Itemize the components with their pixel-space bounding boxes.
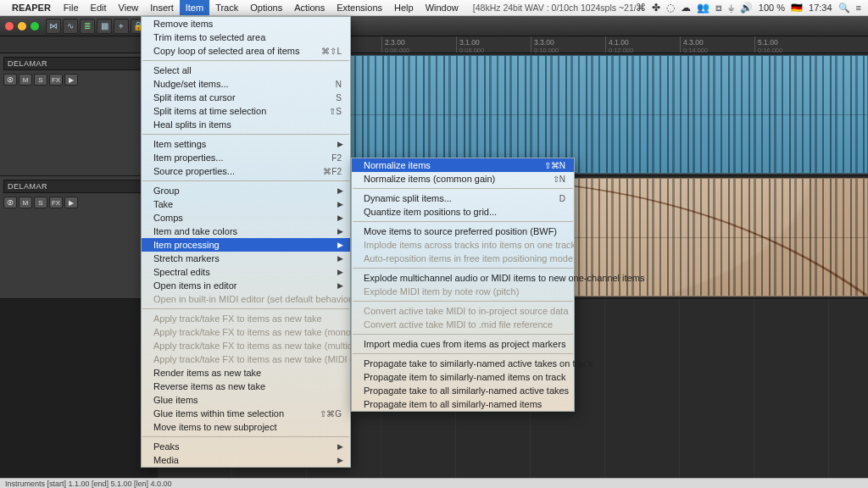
clover-icon[interactable]: ✤ bbox=[652, 2, 660, 14]
submenu-arrow-icon: ▶ bbox=[337, 268, 343, 276]
clock[interactable]: 17:34 bbox=[809, 3, 832, 13]
menu-item[interactable]: Move items to source preferred position … bbox=[352, 225, 574, 238]
submenu-arrow-icon: ▶ bbox=[337, 227, 343, 236]
circle-icon[interactable]: ◌ bbox=[666, 2, 675, 14]
track-header[interactable]: DELAMAR⦿MSFX▶ bbox=[0, 176, 158, 299]
menu-insert[interactable]: Insert bbox=[144, 0, 180, 15]
track-button[interactable]: S bbox=[34, 197, 47, 208]
menu-item[interactable]: Media▶ bbox=[142, 453, 350, 467]
menu-item[interactable]: Reverse items as new take bbox=[142, 380, 350, 393]
menu-item-label: Explode multichannel audio or MIDI items… bbox=[364, 273, 644, 283]
menu-options[interactable]: Options bbox=[244, 0, 288, 15]
menu-item[interactable]: Item properties...F2 bbox=[142, 151, 350, 164]
toolbar-grid-icon[interactable]: ▦ bbox=[97, 19, 112, 34]
track-button[interactable]: ▶ bbox=[64, 74, 78, 86]
menu-view[interactable]: View bbox=[113, 0, 145, 15]
toolbar-autocross-icon[interactable]: ⋈ bbox=[46, 19, 61, 34]
menu-item[interactable]: Split items at cursorS bbox=[142, 91, 350, 104]
track-button[interactable]: FX bbox=[49, 197, 63, 208]
speaker-icon[interactable]: 🔊 bbox=[740, 2, 753, 14]
people-icon[interactable]: 👥 bbox=[697, 2, 709, 14]
menu-item-label: Remove items bbox=[153, 19, 213, 29]
menu-item[interactable]: Open items in editor▶ bbox=[142, 279, 350, 292]
menu-item[interactable]: Stretch markers▶ bbox=[142, 252, 350, 265]
menu-item[interactable]: Move items to new subproject bbox=[142, 420, 350, 434]
menu-shortcut: ⌘F2 bbox=[323, 167, 342, 176]
menu-item[interactable]: Dynamic split items...D bbox=[352, 191, 574, 205]
menu-window[interactable]: Window bbox=[420, 0, 465, 15]
menu-item[interactable]: Source properties...⌘F2 bbox=[142, 164, 350, 178]
menu-item[interactable]: Select all bbox=[142, 64, 350, 77]
menu-item[interactable]: Propagate item to all similarly-named it… bbox=[352, 397, 574, 411]
app-name: REAPER bbox=[0, 3, 58, 13]
menu-help[interactable]: Help bbox=[388, 0, 420, 15]
ruler-segment[interactable]: 4.3.000:14.000 bbox=[680, 36, 754, 53]
toolbar-snap-icon[interactable]: ⌖ bbox=[114, 19, 129, 34]
track-name[interactable]: DELAMAR bbox=[3, 57, 154, 70]
wifi-icon[interactable]: ⏚ bbox=[728, 2, 734, 14]
menu-item[interactable]: Explode multichannel audio or MIDI items… bbox=[352, 271, 574, 285]
track-button[interactable]: S bbox=[34, 74, 47, 86]
menu-item[interactable]: Heal splits in items bbox=[142, 118, 350, 131]
menu-item[interactable]: Item settings▶ bbox=[142, 137, 350, 151]
menu-item[interactable]: Propagate take to all similarly-named ac… bbox=[352, 384, 574, 397]
track-button[interactable]: M bbox=[19, 197, 32, 208]
track-button[interactable]: ▶ bbox=[64, 197, 78, 208]
ruler-segment[interactable]: 4.1.000:12.000 bbox=[605, 36, 680, 53]
track-name[interactable]: DELAMAR bbox=[3, 180, 154, 193]
menu-item[interactable]: Normalize items (common gain)⇧N bbox=[352, 172, 574, 186]
zoom-icon[interactable] bbox=[31, 22, 39, 30]
track-header[interactable]: DELAMAR⦿MSFX▶ bbox=[0, 53, 158, 176]
toolbar-env-icon[interactable]: ∿ bbox=[63, 19, 78, 34]
item-processing-submenu[interactable]: Normalize items⇧⌘NNormalize items (commo… bbox=[351, 158, 575, 412]
menu-item[interactable]: Propagate item to similarly-named items … bbox=[352, 370, 574, 384]
toolbar-ripple-icon[interactable]: ≣ bbox=[80, 19, 95, 34]
window-controls[interactable] bbox=[3, 22, 44, 30]
menu-item[interactable]: Quantize item positions to grid... bbox=[352, 205, 574, 219]
menu-item[interactable]: Copy loop of selected area of items⌘⇧L bbox=[142, 44, 350, 58]
menu-file[interactable]: File bbox=[58, 0, 85, 15]
menu-edit[interactable]: Edit bbox=[85, 0, 113, 15]
track-button[interactable]: FX bbox=[49, 74, 63, 86]
menu-item[interactable]: Render items as new take bbox=[142, 366, 350, 380]
menu-icon[interactable]: ≡ bbox=[856, 3, 861, 13]
item-menu[interactable]: Remove itemsTrim items to selected areaC… bbox=[141, 16, 351, 468]
flag-icon[interactable]: 🇩🇪 bbox=[791, 3, 803, 14]
menu-item[interactable]: Nudge/set items...N bbox=[142, 77, 350, 91]
menu-item[interactable]: Item bbox=[180, 0, 209, 15]
ruler-segment[interactable]: 3.1.000:08.000 bbox=[456, 36, 531, 53]
close-icon[interactable] bbox=[5, 22, 14, 30]
menu-track[interactable]: Track bbox=[209, 0, 244, 15]
menu-item[interactable]: Split items at time selection⇧S bbox=[142, 104, 350, 118]
menu-extensions[interactable]: Extensions bbox=[331, 0, 388, 15]
track-button[interactable]: ⦿ bbox=[3, 197, 17, 208]
menu-shortcut: ⇧N bbox=[553, 175, 565, 184]
menubar-extra-icon[interactable]: ⌘ bbox=[636, 2, 646, 14]
menu-item[interactable]: Glue items within time selection⇧⌘G bbox=[142, 407, 350, 420]
menu-item-label: Item processing bbox=[153, 240, 220, 250]
ruler-segment[interactable]: 2.3.000:06.000 bbox=[381, 36, 456, 53]
track-button[interactable]: ⦿ bbox=[3, 74, 17, 86]
minimize-icon[interactable] bbox=[18, 22, 26, 30]
track-button[interactable]: M bbox=[19, 74, 32, 86]
menu-item[interactable]: Item and take colors▶ bbox=[142, 225, 350, 238]
menu-item[interactable]: Take▶ bbox=[142, 197, 350, 211]
ruler-segment[interactable]: 5.1.000:16.000 bbox=[754, 36, 829, 53]
menu-item[interactable]: Glue items bbox=[142, 393, 350, 407]
menu-item[interactable]: Item processing▶ bbox=[142, 238, 350, 252]
menu-item[interactable]: Group▶ bbox=[142, 184, 350, 197]
menu-item[interactable]: Spectral edits▶ bbox=[142, 265, 350, 279]
dropbox-icon[interactable]: ⧈ bbox=[715, 2, 722, 14]
menu-item[interactable]: Peaks▶ bbox=[142, 440, 350, 453]
battery-indicator[interactable]: 100 % bbox=[759, 3, 785, 13]
menu-item[interactable]: Comps▶ bbox=[142, 211, 350, 225]
ruler-segment[interactable]: 3.3.000:10.000 bbox=[531, 36, 605, 53]
menu-item[interactable]: Remove items bbox=[142, 17, 350, 30]
cloud-icon[interactable]: ☁ bbox=[681, 2, 691, 14]
menu-item[interactable]: Normalize items⇧⌘N bbox=[352, 158, 574, 172]
menu-actions[interactable]: Actions bbox=[288, 0, 331, 15]
menu-item[interactable]: Propagate take to similarly-named active… bbox=[352, 357, 574, 370]
menu-item[interactable]: Import media cues from items as project … bbox=[352, 337, 574, 351]
menu-item[interactable]: Trim items to selected area bbox=[142, 30, 350, 44]
spotlight-icon[interactable]: 🔍 bbox=[838, 3, 850, 14]
